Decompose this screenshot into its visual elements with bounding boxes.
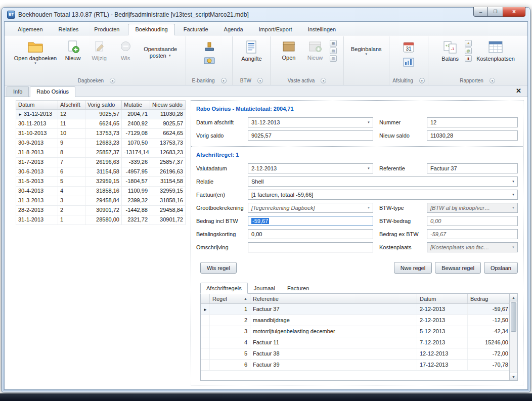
- chevron-down-icon[interactable]: ▼: [509, 203, 517, 212]
- ribbon-tab-facturatie[interactable]: Facturatie: [176, 24, 215, 35]
- tab-afschriftregels[interactable]: Afschriftregels: [200, 283, 248, 294]
- facturen-combo[interactable]: [1 facturen, totaal -59,66] ▼: [248, 190, 518, 200]
- chevron-down-icon[interactable]: ▼: [365, 164, 373, 173]
- tab-facturen[interactable]: Facturen: [281, 283, 315, 294]
- open-dagboeken-button[interactable]: Open dagboeken ▼: [12, 38, 59, 66]
- minimize-button[interactable]: –: [473, 7, 488, 17]
- scroll-down-icon[interactable]: ▼: [510, 373, 517, 380]
- scrollbar-thumb[interactable]: [511, 302, 516, 332]
- statement-row[interactable]: 28-2-2013 2 30901,72 -1442,88 29458,84: [16, 206, 186, 215]
- column-header-afschrift[interactable]: Afschrift: [58, 100, 85, 110]
- nummer-input[interactable]: 12: [427, 117, 518, 127]
- column-header-datum[interactable]: Datum: [417, 294, 468, 303]
- wis-dagboek-button[interactable]: Wis: [113, 38, 138, 62]
- dialog-launcher-icon[interactable]: ▾: [419, 78, 425, 83]
- statement-row[interactable]: 30-9-2013 9 12683,23 1070,50 13753,73: [16, 139, 186, 148]
- datum-afschrift-combo[interactable]: 31-12-2013 ▼: [248, 117, 373, 127]
- ribbon-tab-algemeen[interactable]: Algemeen: [11, 24, 50, 35]
- relatie-combo[interactable]: Shell ▼: [248, 176, 518, 187]
- statement-row[interactable]: 30-6-2013 6 31154,58 -4957,95 26196,63: [16, 167, 186, 177]
- tab-journaal[interactable]: Journaal: [248, 283, 281, 294]
- banknote-icon[interactable]: [204, 57, 215, 66]
- ribbon-tab-agenda[interactable]: Agenda: [217, 24, 250, 35]
- dialog-launcher-icon[interactable]: ▾: [110, 78, 115, 83]
- column-header-nieuw-saldo[interactable]: Nieuw saldo: [150, 100, 186, 110]
- nieuw-saldo-input[interactable]: 11030,28: [427, 130, 518, 141]
- close-document-icon[interactable]: ✕: [516, 87, 521, 95]
- column-header-mutatie[interactable]: Mutatie: [122, 100, 150, 110]
- chevron-down-icon[interactable]: ▼: [365, 203, 373, 212]
- line-row[interactable]: 5 Factuur 38 12-12-2013 -72,00: [201, 348, 517, 360]
- payment-stamp-icon[interactable]: [203, 41, 215, 53]
- asset-tool-icon[interactable]: ▤: [330, 48, 337, 54]
- close-button[interactable]: ×: [503, 7, 525, 17]
- statement-row[interactable]: 31-5-2013 5 32959,15 -1804,57 31154,58: [16, 177, 186, 187]
- betalingskorting-input[interactable]: 0,00: [248, 229, 373, 239]
- column-header-datum[interactable]: Datum: [16, 100, 58, 110]
- line-row[interactable]: 2 maandbijdrage 2-12-2013 -12,50: [201, 315, 517, 326]
- bewaar-regel-button[interactable]: Bewaar regel: [435, 262, 481, 274]
- line-row[interactable]: ► 1 Factuur 37 2-12-2013 -59,67: [201, 304, 517, 315]
- valutadatum-combo[interactable]: 2-12-2013 ▼: [248, 163, 373, 173]
- line-row[interactable]: 3 motorrijtuigenbelasting december 5-12-…: [201, 326, 517, 337]
- calendar-31-icon[interactable]: 31: [403, 41, 415, 54]
- btw-type-combo[interactable]: [BTW al bij inkoop/ver… ▼: [427, 203, 518, 213]
- ribbon-tab-boekhouding[interactable]: Boekhouding: [128, 24, 174, 35]
- openstaande-posten-button[interactable]: Openstaande posten ▼: [139, 38, 182, 60]
- statement-row[interactable]: ►31-12-2013 12 9025,57 2004,71 11030,28: [16, 110, 186, 119]
- ribbon-tab-producten[interactable]: Producten: [87, 24, 126, 35]
- maximize-button[interactable]: ❐: [488, 7, 503, 17]
- statement-row[interactable]: 30-11-2013 11 6624,65 2400,92 9025,57: [16, 119, 186, 129]
- book-icon[interactable]: ▮: [465, 55, 472, 62]
- balans-button[interactable]: +1-1 Balans: [437, 38, 463, 63]
- opslaan-button[interactable]: Opslaan: [484, 262, 518, 274]
- dialog-launcher-icon[interactable]: ▾: [257, 78, 263, 83]
- vorig-saldo-input[interactable]: 9025,57: [248, 130, 373, 141]
- email-icon[interactable]: @: [465, 48, 472, 54]
- wis-regel-button[interactable]: Wis regel: [200, 262, 237, 274]
- vaste-activa-open-button[interactable]: Open: [276, 38, 301, 62]
- export-icon[interactable]: ✦: [465, 40, 472, 47]
- kostenplaatsen-button[interactable]: Kostenplaatsen: [474, 38, 517, 63]
- chevron-down-icon[interactable]: ▼: [509, 190, 517, 199]
- dialog-launcher-icon[interactable]: ▾: [490, 78, 495, 83]
- aangifte-button[interactable]: Aangifte: [239, 38, 264, 63]
- statement-row[interactable]: 31-1-2013 1 28580,00 2321,72 30901,72: [16, 215, 186, 225]
- dialog-launcher-icon[interactable]: ▾: [321, 78, 326, 83]
- column-header-regel[interactable]: Regel ▲: [210, 294, 250, 303]
- vaste-activa-nieuw-button[interactable]: Nieuw: [302, 38, 328, 62]
- line-row[interactable]: 4 Factuur 11 7-12-2013 15246,00: [201, 337, 517, 348]
- doc-tab-info[interactable]: Info: [7, 86, 29, 97]
- referentie-input[interactable]: Factuur 37: [427, 163, 518, 173]
- bedrag-incl-btw-input[interactable]: -59,67: [248, 216, 373, 226]
- statement-row[interactable]: 30-4-2013 4 31858,16 1100,99 32959,15: [16, 187, 186, 196]
- column-header-bedrag[interactable]: Bedrag: [468, 294, 511, 303]
- titlebar[interactable]: BT Boekhouden Totaal 13.0.87 (RTL) - Bed…: [2, 8, 530, 21]
- chart-bars-icon[interactable]: [403, 58, 414, 68]
- ribbon-tab-relaties[interactable]: Relaties: [52, 24, 86, 35]
- nwe-regel-button[interactable]: Nwe regel: [394, 262, 432, 274]
- beginbalans-button[interactable]: Beginbalans ▼: [348, 38, 384, 57]
- chevron-down-icon[interactable]: ▼: [509, 243, 517, 252]
- column-header-referentie[interactable]: Referentie: [250, 294, 417, 303]
- doc-tab-rabo-osirius[interactable]: Rabo Osirius: [30, 86, 75, 97]
- dialog-launcher-icon[interactable]: ▾: [221, 78, 227, 83]
- column-header-vorig-saldo[interactable]: Vorig saldo: [85, 100, 122, 110]
- grootboekrekening-combo[interactable]: [Tegenrekening Dagboek] ▼: [248, 203, 373, 213]
- scroll-up-icon[interactable]: ▲: [510, 294, 517, 301]
- bedrag-ex-btw-input[interactable]: -59,67: [427, 229, 518, 239]
- omschrijving-input[interactable]: [248, 242, 373, 252]
- line-row[interactable]: 6 Factuur 39 17-12-2013 -70,78: [201, 360, 517, 371]
- nieuw-dagboek-button[interactable]: Nieuw: [60, 38, 85, 62]
- statement-row[interactable]: 31-7-2013 7 26196,63 -339,26 25857,37: [16, 158, 186, 167]
- wijzig-dagboek-button[interactable]: Wijzig: [86, 38, 112, 62]
- btw-bedrag-input[interactable]: 0,00: [427, 216, 518, 226]
- statement-row[interactable]: 31-10-2013 10 13753,73 -7129,08 6624,65: [16, 129, 186, 139]
- asset-tool-icon[interactable]: ▥: [330, 55, 337, 62]
- chevron-down-icon[interactable]: ▼: [365, 118, 373, 127]
- ribbon-tab-instellingen[interactable]: Instellingen: [301, 24, 343, 35]
- vertical-scrollbar[interactable]: ▲ ▼: [509, 294, 517, 380]
- ribbon-tab-import-export[interactable]: Import/Export: [252, 24, 299, 35]
- kostenplaats-combo[interactable]: [Kostenplaats van fac… ▼: [427, 242, 518, 252]
- chevron-down-icon[interactable]: ▼: [509, 177, 517, 186]
